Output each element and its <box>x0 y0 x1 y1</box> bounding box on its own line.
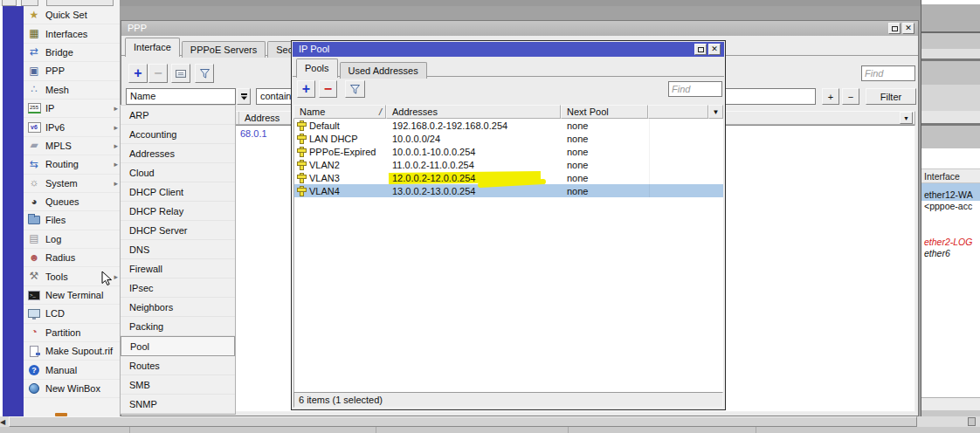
ip-pool-titlebar[interactable]: IP Pool ✕ <box>293 42 724 57</box>
filter-toggle-button[interactable] <box>195 64 214 83</box>
pool-name: Default <box>309 120 340 131</box>
maximize-button[interactable] <box>888 23 901 34</box>
sidebar-item-interfaces[interactable]: ▦Interfaces <box>24 24 120 43</box>
submenu-item-smb[interactable]: SMB <box>121 375 235 395</box>
cascade-arrow-icon: ▸ <box>114 160 118 168</box>
add-pool-button[interactable]: + <box>297 80 315 98</box>
filter-apply-button[interactable]: Filter <box>866 88 916 105</box>
submenu-item-dns[interactable]: DNS <box>121 240 235 259</box>
filter-remove-button[interactable]: − <box>842 88 859 105</box>
submenu-item-arp[interactable]: ARP <box>121 106 235 125</box>
filter-add-button[interactable]: + <box>822 88 839 105</box>
sidebar-item-lcd[interactable]: LCD <box>24 305 120 323</box>
sidebar-item-partition[interactable]: ◔Partition <box>24 324 120 342</box>
submenu-item-cloud[interactable]: Cloud <box>121 163 235 182</box>
sidebar-item-mpls[interactable]: ▰MPLS▸ <box>24 137 120 155</box>
pool-row[interactable]: VLAN413.0.0.2-13.0.0.254none <box>294 184 723 197</box>
pool-name: VLAN2 <box>309 160 340 170</box>
submenu-item-neighbors[interactable]: Neighbors <box>121 298 235 317</box>
tab-interface[interactable]: Interface <box>125 38 180 57</box>
sidebar-item-bridge[interactable]: ⇄Bridge <box>24 44 120 62</box>
interface-column-header[interactable]: Interface <box>921 168 980 183</box>
submenu-item-snmp[interactable]: SNMP <box>121 395 235 414</box>
close-button[interactable]: ✕ <box>708 44 721 55</box>
tab-used-addresses[interactable]: Used Addresses <box>340 62 427 79</box>
sidebar-item-routing[interactable]: ⇆Routing▸ <box>24 155 120 174</box>
column-header-next-pool[interactable]: Next Pool <box>561 105 648 119</box>
submenu-item-dhcp-relay[interactable]: DHCP Relay <box>121 202 235 221</box>
pool-next-pool-cell: none <box>562 184 649 197</box>
ppp-titlebar[interactable]: PPP ✕ <box>121 21 918 36</box>
sidebar-item-system[interactable]: ☼System▸ <box>24 175 120 193</box>
supout-icon <box>27 345 41 357</box>
pool-row[interactable]: PPPoE-Expired10.0.0.1-10.0.0.254none <box>294 145 723 158</box>
pool-row[interactable]: LAN DHCP10.0.0.0/24none <box>294 132 723 145</box>
sidebar-item-ip[interactable]: 255IP▸ <box>24 100 120 118</box>
tab-pools[interactable]: Pools <box>296 58 338 78</box>
pool-row[interactable]: VLAN211.0.0.2-11.0.0.254none <box>294 158 723 171</box>
sidebar-item-mesh[interactable]: ∴Mesh <box>24 81 120 100</box>
column-menu-button[interactable]: ▼ <box>708 105 723 119</box>
tab-pppoe-servers[interactable]: PPPoE Servers <box>182 41 266 58</box>
sidebar-item-new-winbox[interactable]: New WinBox <box>24 380 120 398</box>
submenu-item-dhcp-server[interactable]: DHCP Server <box>121 221 235 240</box>
column-header-name[interactable]: Name/ <box>293 105 386 119</box>
sidebar-item-queues[interactable]: ◕Queues <box>24 193 120 211</box>
column-menu-button[interactable]: ▼ <box>900 112 913 124</box>
highlighted-addresses: 12.0.0.2-12.0.0.254 <box>392 173 475 183</box>
toolbar-stub-button[interactable] <box>21 0 38 6</box>
pool-addresses-cell: 11.0.0.2-11.0.0.254 <box>387 158 562 171</box>
sidebar-item-label: PPP <box>45 65 65 76</box>
pool-name: LAN DHCP <box>309 134 358 144</box>
sidebar-item-log[interactable]: ▤Log <box>24 230 120 249</box>
remove-pool-button[interactable]: − <box>319 80 337 98</box>
pool-row[interactable]: Default192.168.0.2-192.168.0.254none <box>294 119 723 132</box>
interface-row[interactable]: <pppoe-acc <box>921 201 980 212</box>
pool-table[interactable]: Default192.168.0.2-192.168.0.254noneLAN … <box>293 119 723 392</box>
sidebar-item-quick-set[interactable]: ★Quick Set <box>24 6 120 24</box>
submenu-item-ipsec[interactable]: IPsec <box>121 278 235 298</box>
scrollbar-corner[interactable] <box>968 417 976 426</box>
sidebar-item-new-terminal[interactable]: >_New Terminal <box>24 286 120 305</box>
main-menu-sidebar: ★Quick Set▦Interfaces⇄Bridge▣PPP∴Mesh255… <box>24 6 120 416</box>
interface-row[interactable]: ether2-LOG <box>921 237 980 248</box>
sidebar-item-files[interactable]: Files <box>24 211 120 230</box>
submenu-item-accounting[interactable]: Accounting <box>121 125 235 144</box>
close-button[interactable]: ✕ <box>902 23 914 34</box>
toolbar-stub-button[interactable] <box>2 0 17 6</box>
sidebar-item-radius[interactable]: ☻Radius <box>24 249 120 267</box>
horizontal-scrollbar[interactable]: ◀ <box>0 416 980 427</box>
sidebar-item-manual[interactable]: ?Manual <box>24 361 120 379</box>
sidebar-item-label: New WinBox <box>45 383 100 394</box>
ppp-find-input[interactable] <box>861 65 915 81</box>
filter-toggle-button[interactable] <box>345 80 365 98</box>
pool-find-input[interactable] <box>668 81 722 97</box>
interface-row[interactable]: ether6 <box>921 248 980 259</box>
toolbar-stub-box[interactable] <box>46 0 114 6</box>
scroll-left-arrow-icon[interactable]: ◀ <box>0 416 9 427</box>
sidebar-item-make-supout-rif[interactable]: Make Supout.rif <box>24 342 120 361</box>
remove-button-disabled[interactable]: − <box>148 64 168 83</box>
submenu-item-firewall[interactable]: Firewall <box>121 259 235 278</box>
column-select-button[interactable] <box>237 88 251 105</box>
sidebar-item-ipv6[interactable]: v6IPv6▸ <box>24 118 120 136</box>
routing-icon: ⇆ <box>27 158 41 170</box>
submenu-item-packing[interactable]: Packing <box>121 317 235 336</box>
mesh-icon: ∴ <box>27 84 41 96</box>
pool-row[interactable]: VLAN312.0.0.2-12.0.0.254none <box>294 171 723 184</box>
pool-name-cell: Default <box>294 119 387 132</box>
submenu-item-addresses[interactable]: Addresses <box>121 144 235 163</box>
radius-icon: ☻ <box>27 251 41 264</box>
scrollbar-thumb[interactable] <box>9 416 917 427</box>
interface-row[interactable]: ether12-WA <box>921 183 980 201</box>
maximize-button[interactable] <box>694 44 707 55</box>
submenu-item-dhcp-client[interactable]: DHCP Client <box>121 182 235 202</box>
comment-button[interactable] <box>171 64 190 83</box>
submenu-item-pool[interactable]: Pool <box>121 336 235 356</box>
column-header-addresses[interactable]: Addresses <box>386 105 561 119</box>
submenu-item-routes[interactable]: Routes <box>121 356 235 375</box>
ip-icon: 255 <box>27 102 41 114</box>
sidebar-item-ppp[interactable]: ▣PPP <box>24 62 120 80</box>
add-button[interactable]: + <box>128 64 148 83</box>
filter-field-combo[interactable]: Name <box>126 88 236 105</box>
